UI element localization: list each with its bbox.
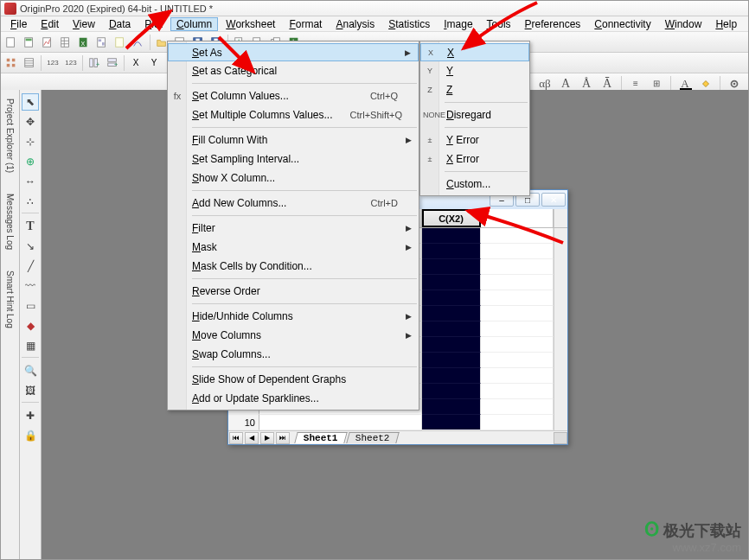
- new-graph-icon[interactable]: [39, 34, 56, 51]
- submenu-item[interactable]: NONEDisregard: [420, 105, 529, 124]
- menu-item[interactable]: Set Multiple Columns Values...Ctrl+Shift…: [168, 105, 419, 124]
- menu-item[interactable]: Move Columns▶: [168, 326, 419, 345]
- lock-tool-icon[interactable]: 🔒: [22, 427, 39, 444]
- submenu-item[interactable]: ZZ: [420, 80, 529, 99]
- curve-tool-icon[interactable]: 〰: [22, 277, 39, 295]
- separator: [670, 76, 671, 92]
- pointer-tool-icon[interactable]: ⬉: [22, 93, 39, 111]
- grid-view-icon[interactable]: [3, 54, 20, 72]
- menu-data[interactable]: Data: [103, 17, 137, 31]
- line-tool-icon[interactable]: ╱: [22, 258, 39, 275]
- sheet-last-icon[interactable]: ⏭: [276, 432, 290, 444]
- set-x-icon[interactable]: X: [127, 54, 144, 72]
- separator: [150, 35, 150, 50]
- menu-item[interactable]: Set as Categorical: [168, 61, 419, 80]
- new-excel-icon[interactable]: X: [75, 34, 93, 51]
- menu-window[interactable]: Window: [659, 17, 708, 31]
- zoom-in-icon[interactable]: 🔍: [22, 362, 39, 379]
- menu-statistics[interactable]: Statistics: [382, 17, 436, 31]
- worksheet-blank-header: [481, 209, 554, 227]
- menu-item[interactable]: Set As▶: [168, 43, 419, 61]
- arrow-tool-icon[interactable]: ↘: [22, 238, 39, 255]
- menu-item[interactable]: Reverse Order: [168, 282, 419, 301]
- function-plot-icon[interactable]: [130, 34, 147, 51]
- new-notes-icon[interactable]: [112, 34, 129, 51]
- add-row-icon[interactable]: +: [104, 54, 121, 72]
- insert-image-icon[interactable]: 🖼: [22, 382, 39, 399]
- rescale-tool-icon[interactable]: ⊹: [22, 133, 39, 150]
- new-matrix-icon[interactable]: [57, 34, 74, 51]
- list-data-icon[interactable]: [21, 54, 38, 72]
- smart-hint-tab[interactable]: Smart Hint Log: [5, 267, 15, 332]
- vscroll-top[interactable]: [554, 209, 567, 227]
- sheet-first-icon[interactable]: ⏮: [229, 432, 243, 444]
- menu-worksheet[interactable]: Worksheet: [220, 17, 281, 31]
- menu-view[interactable]: View: [67, 17, 101, 31]
- add-col-icon[interactable]: +: [86, 54, 103, 72]
- menu-item[interactable]: Show X Column...: [168, 169, 419, 188]
- menu-item[interactable]: Hide/Unhide Columns▶: [168, 307, 419, 326]
- data-select-icon[interactable]: ↔: [22, 173, 39, 190]
- menu-analysis[interactable]: Analysis: [330, 17, 381, 31]
- watermark: ʘ 极光下载站 www.xz7.com: [644, 519, 741, 554]
- region-tool-icon[interactable]: ▦: [22, 337, 39, 354]
- svg-rect-27: [12, 58, 16, 61]
- submenu-item[interactable]: ±Y Error: [420, 130, 529, 150]
- row-number-last[interactable]: 10: [228, 415, 259, 430]
- sheet-tab-1[interactable]: Sheet1: [294, 432, 347, 443]
- menu-format[interactable]: Format: [283, 17, 328, 31]
- menu-column[interactable]: Column: [170, 17, 218, 31]
- menu-image[interactable]: Image: [438, 17, 478, 31]
- project-explorer-tab[interactable]: Project Explorer (1): [5, 95, 15, 176]
- submenu-item[interactable]: ±X Error: [420, 150, 529, 169]
- separator: [124, 55, 125, 71]
- menu-edit[interactable]: Edit: [35, 17, 65, 31]
- menu-item[interactable]: Add New Columns...Ctrl+D: [168, 194, 419, 213]
- app-icon: [4, 3, 16, 15]
- menu-help[interactable]: Help: [709, 17, 743, 31]
- menu-item[interactable]: Slide Show of Dependent Graphs: [168, 370, 419, 389]
- menu-file[interactable]: File: [4, 17, 33, 31]
- svg-rect-11: [99, 39, 102, 41]
- close-button[interactable]: ✕: [541, 193, 566, 207]
- sheet-tab-2[interactable]: Sheet2: [346, 432, 399, 443]
- menu-connectivity[interactable]: Connectivity: [588, 17, 656, 31]
- menu-preferences[interactable]: Preferences: [519, 17, 587, 31]
- watermark-url: www.xz7.com: [644, 541, 741, 554]
- submenu-item[interactable]: YY: [420, 61, 529, 80]
- messages-log-tab[interactable]: Messages Log: [5, 190, 15, 253]
- menu-tools[interactable]: Tools: [481, 17, 517, 31]
- zoom-panning-icon[interactable]: ✥: [22, 113, 39, 130]
- menubar: FileEditViewDataPlotColumnWorksheetForma…: [1, 16, 748, 32]
- menu-item[interactable]: Fill Column With▶: [168, 130, 419, 150]
- sheet-next-icon[interactable]: ▶: [260, 432, 274, 444]
- svg-rect-12: [102, 42, 105, 46]
- new-layout-icon[interactable]: [93, 34, 111, 51]
- shape-tool-icon[interactable]: ◆: [22, 317, 39, 334]
- sheet-prev-icon[interactable]: ◀: [245, 432, 259, 444]
- menu-item[interactable]: Swap Columns...: [168, 345, 419, 364]
- data-highlight-icon[interactable]: ∴: [22, 193, 39, 210]
- menu-item[interactable]: Mask▶: [168, 238, 419, 257]
- submenu-item[interactable]: XX: [420, 43, 529, 61]
- new-project-icon[interactable]: [3, 34, 20, 51]
- rect-tool-icon[interactable]: ▭: [22, 297, 39, 315]
- menu-item[interactable]: Set Sampling Interval...: [168, 150, 419, 169]
- new-workbook-icon[interactable]: [21, 34, 38, 51]
- svg-rect-34: [90, 58, 93, 67]
- data-label-icon[interactable]: ✚: [22, 407, 39, 424]
- submenu-item[interactable]: Custom...: [420, 175, 529, 194]
- menu-item[interactable]: Add or Update Sparklines...: [168, 389, 419, 408]
- menu-item[interactable]: Mask Cells by Condition...: [168, 257, 419, 276]
- reader-tool-icon[interactable]: ⊕: [22, 153, 39, 170]
- column-header-c[interactable]: C(X2): [422, 209, 481, 227]
- menu-plot[interactable]: Plot: [138, 17, 169, 31]
- separator: [41, 55, 42, 71]
- menu-item[interactable]: fxSet Column Values...Ctrl+Q: [168, 86, 419, 105]
- menu-item[interactable]: Filter▶: [168, 219, 419, 238]
- set-y-icon[interactable]: Y: [145, 54, 163, 72]
- 123-icon[interactable]: 123: [44, 54, 61, 72]
- hscroll-right[interactable]: [554, 432, 567, 444]
- text-tool-icon[interactable]: T: [22, 218, 39, 235]
- 123-b-icon[interactable]: 123: [62, 54, 80, 72]
